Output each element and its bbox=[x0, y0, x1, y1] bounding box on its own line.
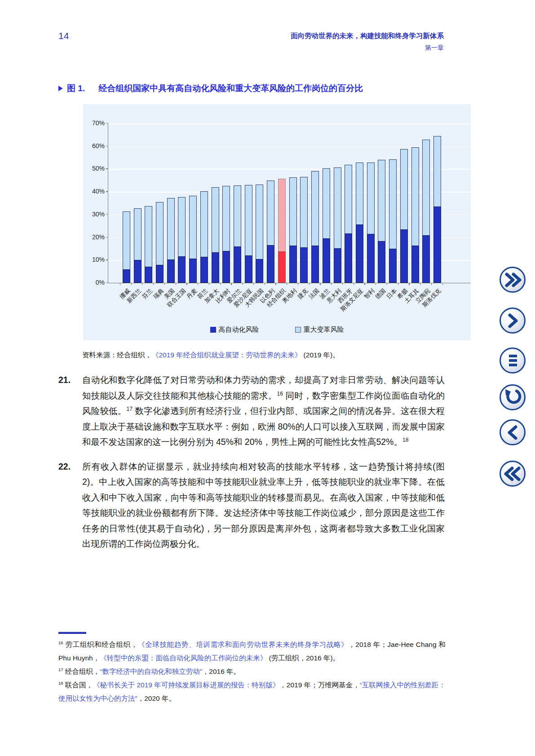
reference-link[interactable]: 《秘书长关于 2019 年可持续发展目标进展的报告：特别版》 bbox=[93, 681, 279, 689]
bar-segment-high-automation bbox=[378, 241, 385, 283]
text-run: 所有收入群体的证据显示，就业持续向相对较高的技能水平转移，这一趋势预计将持续(图… bbox=[82, 462, 445, 549]
chart-panel: 0%10%20%30%40%50%60%70% 挪威新西兰芬兰瑞典美国联合王国丹… bbox=[83, 104, 471, 340]
source-text-suffix: (2019 年)。 bbox=[301, 351, 339, 359]
bar: 芬兰 bbox=[145, 206, 152, 283]
text-run: 劳工组织和经合组织， bbox=[63, 641, 138, 648]
bar-segment-high-automation bbox=[356, 224, 363, 283]
bar: 比利时 bbox=[222, 186, 230, 283]
bar: 经合组织 bbox=[278, 179, 286, 283]
bar: 德国 bbox=[378, 160, 385, 283]
bar-segment-significant-change bbox=[367, 163, 375, 234]
bar: 丹麦 bbox=[189, 196, 197, 283]
bar-segment-high-automation bbox=[123, 269, 130, 283]
header-chapter: 第一章 bbox=[291, 44, 444, 52]
bar-segment-high-automation bbox=[389, 249, 397, 283]
bar-segment-significant-change bbox=[256, 185, 263, 259]
bar-segment-high-automation bbox=[334, 248, 341, 283]
y-axis-tick-label: 0% bbox=[86, 279, 105, 286]
bar-segment-high-automation bbox=[267, 245, 274, 283]
figure-marker-icon bbox=[58, 86, 63, 91]
footnote: 16 劳工组织和经合组织，《全球技能趋势、培训需求和面向劳动世界未来的终身学习战… bbox=[58, 638, 446, 665]
bar: 新西兰 bbox=[134, 208, 141, 283]
footnote: 17 经合组织，“数字经济中的自动化和独立劳动”，2016 年。 bbox=[58, 665, 446, 678]
bar: 瑞典 bbox=[156, 202, 164, 283]
bar-segment-high-automation bbox=[411, 246, 419, 283]
legend-item: 高自动化风险 bbox=[210, 325, 259, 334]
bar: 荷兰 bbox=[200, 191, 208, 283]
bar-segment-significant-change bbox=[311, 171, 319, 246]
footnote-reference: 16 bbox=[58, 640, 63, 645]
bar: 立陶宛 bbox=[422, 140, 430, 283]
bar-segment-significant-change bbox=[300, 177, 308, 248]
next-page-button[interactable] bbox=[500, 308, 526, 334]
bar-segment-high-automation bbox=[422, 235, 430, 283]
bar-segment-significant-change bbox=[200, 191, 208, 257]
text-run: 数字化渗透到所有经济行业，但行业内部、或国家之间的情况各异。这在很大程度上取决于… bbox=[82, 406, 445, 447]
reference-link[interactable]: 《全球技能趋势、培训需求和面向劳动世界未来的终身学习战略》 bbox=[138, 641, 348, 648]
last-page-button[interactable] bbox=[500, 267, 526, 293]
bar: 以色列 bbox=[267, 180, 274, 283]
footnote-reference: 17 bbox=[58, 667, 63, 672]
rotate-button[interactable] bbox=[500, 384, 526, 410]
bar-segment-high-automation bbox=[323, 238, 330, 283]
paragraph: 22.所有收入群体的证据显示，就业持续向相对较高的技能水平转移，这一趋势预计将持… bbox=[58, 459, 445, 552]
text-run: ，2020 年。 bbox=[137, 694, 176, 702]
bar-segment-significant-change bbox=[234, 185, 241, 246]
legend-item: 重大变革风险 bbox=[295, 325, 344, 334]
bar-segment-high-automation bbox=[433, 207, 441, 283]
footnote-reference: 17 bbox=[127, 406, 133, 412]
first-page-button[interactable] bbox=[500, 461, 526, 487]
bar-segment-significant-change bbox=[411, 147, 419, 246]
source-link[interactable]: 《2019 年经合组织就业展望：劳动世界的未来》 bbox=[152, 351, 301, 359]
bar: 斯洛伐克 bbox=[433, 136, 441, 283]
bar-segment-high-automation bbox=[145, 267, 152, 283]
paragraph-number: 22. bbox=[58, 459, 71, 475]
bar-segment-significant-change bbox=[178, 197, 186, 256]
bar-segment-significant-change bbox=[212, 187, 219, 252]
bar-segment-significant-change bbox=[222, 186, 230, 251]
rotate-icon bbox=[501, 386, 524, 409]
footnote-separator bbox=[58, 632, 86, 634]
bar: 希腊 bbox=[400, 149, 408, 283]
bar-segment-high-automation bbox=[212, 252, 219, 283]
y-axis-tick-label: 30% bbox=[86, 211, 105, 218]
legend-label: 高自动化风险 bbox=[219, 325, 259, 334]
reference-link[interactable]: “数字经济中的自动化和独立劳动” bbox=[100, 668, 202, 675]
table-of-contents-button[interactable] bbox=[500, 347, 526, 374]
bar-segment-significant-change bbox=[278, 179, 286, 251]
chevron-left-icon bbox=[501, 421, 524, 444]
chart-legend: 高自动化风险重大变革风险 bbox=[83, 325, 471, 334]
page-header: 面向劳动世界的未来，构建技能和终身学习新体系 第一章 bbox=[291, 31, 444, 52]
text-run: ，2016 年。 bbox=[202, 668, 240, 675]
bar-segment-significant-change bbox=[334, 167, 341, 248]
reference-link[interactable]: 《转型中的东盟：面临自动化风险的工作岗位的未来》 bbox=[100, 654, 267, 662]
bar: 法国 bbox=[311, 171, 319, 283]
bar-segment-high-automation bbox=[234, 246, 241, 283]
bar-segment-high-automation bbox=[167, 259, 175, 283]
bar: 意大利 bbox=[334, 167, 341, 283]
legend-swatch bbox=[210, 327, 216, 333]
bar-segment-significant-change bbox=[167, 198, 175, 259]
text-run: 经合组织， bbox=[63, 668, 100, 675]
bar-segment-high-automation bbox=[300, 247, 308, 283]
bar-segment-high-automation bbox=[278, 251, 286, 283]
figure-source: 资料来源：经合组织，《2019 年经合组织就业展望：劳动世界的未来》 (2019… bbox=[82, 349, 340, 361]
paragraph-number: 21. bbox=[58, 372, 71, 388]
bar-segment-high-automation bbox=[189, 259, 197, 283]
bar-segment-high-automation bbox=[345, 233, 352, 283]
bar: 土耳其 bbox=[411, 147, 419, 283]
bar: 波兰 bbox=[323, 168, 330, 283]
list-icon bbox=[501, 349, 524, 372]
bar: 捷克 bbox=[300, 177, 308, 283]
text-run: ，2019 年；万维网基金， bbox=[279, 681, 359, 689]
bar-segment-significant-change bbox=[189, 196, 197, 259]
y-axis-tick-label: 60% bbox=[86, 142, 105, 149]
previous-page-button[interactable] bbox=[500, 419, 526, 445]
footnote-reference: 16 bbox=[277, 390, 283, 396]
footnote: 18 联合国，《秘书长关于 2019 年可持续发展目标进展的报告：特别版》，20… bbox=[58, 678, 446, 705]
bar: 挪威 bbox=[123, 211, 130, 283]
footnote-reference: 18 bbox=[402, 437, 408, 443]
y-axis-tick-label: 50% bbox=[86, 165, 105, 172]
bar-segment-high-automation bbox=[289, 246, 297, 283]
y-axis-tick-label: 40% bbox=[86, 188, 105, 195]
